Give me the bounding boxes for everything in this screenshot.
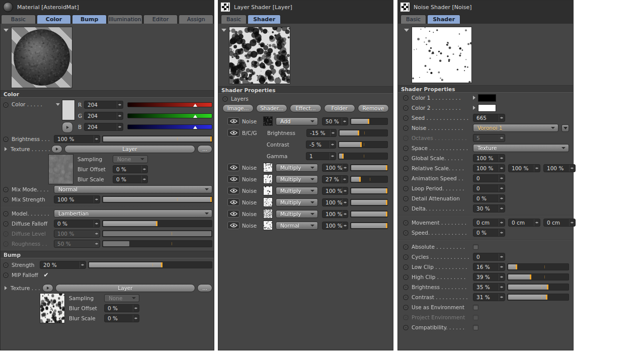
relative-scale-radio-icon[interactable] [403, 166, 409, 171]
tab-bump[interactable]: Bump [72, 15, 107, 24]
blue-gradient-slider[interactable] [127, 124, 212, 129]
eye-visibility-icon[interactable] [227, 222, 239, 229]
use-environment-radio-icon[interactable] [403, 305, 409, 310]
mix-strength-radio-icon[interactable] [3, 197, 9, 202]
loop-period-input[interactable]: 0 [473, 184, 505, 192]
spinner-arrows-icon[interactable] [569, 165, 575, 172]
mip-falloff-radio-icon[interactable] [3, 272, 9, 278]
spinner-arrows-icon[interactable] [499, 155, 505, 162]
relative-scale-y-input[interactable]: 100 % [508, 164, 540, 172]
brightness-slider[interactable] [102, 135, 212, 143]
tab-basic[interactable]: Basic [400, 15, 426, 24]
spinner-arrows-icon[interactable] [94, 220, 100, 227]
layer-thumbnail[interactable] [263, 209, 273, 219]
mix-strength-input[interactable]: 100 % [54, 195, 100, 203]
color-expand-icon[interactable] [56, 103, 60, 106]
loop-period-radio-icon[interactable] [403, 186, 409, 191]
spinner-arrows-icon[interactable] [534, 165, 540, 172]
bump-texture-more-button[interactable]: ... [197, 284, 212, 292]
color2-expand-icon[interactable] [473, 106, 475, 110]
layer-thumbnail[interactable] [263, 197, 273, 207]
diffuse-falloff-radio-icon[interactable] [3, 221, 9, 227]
compatibility-radio-icon[interactable] [403, 325, 409, 330]
color2-radio-icon[interactable] [403, 105, 409, 111]
layer-opacity-slider[interactable] [350, 164, 388, 171]
eye-visibility-icon[interactable] [227, 210, 239, 218]
tab-illumination[interactable]: Illumination [108, 15, 142, 24]
texture-more-button[interactable]: ... [197, 145, 212, 153]
b-value-input[interactable]: 204 [84, 123, 123, 131]
relative-scale-z-input[interactable]: 100 % [543, 164, 576, 172]
eye-visibility-icon[interactable] [227, 117, 239, 125]
layer-thumbnail[interactable] [263, 163, 273, 172]
spinner-arrows-icon[interactable] [499, 263, 505, 270]
shader-button[interactable]: Shader... [256, 104, 287, 112]
detail-attenuation-input[interactable]: 0 % [473, 194, 505, 202]
spinner-arrows-icon[interactable] [499, 219, 505, 226]
color1-expand-icon[interactable] [473, 96, 475, 100]
animation-speed-radio-icon[interactable] [403, 176, 409, 181]
compatibility-checkbox[interactable] [473, 325, 478, 330]
color-swatch[interactable] [62, 100, 75, 120]
spinner-arrows-icon[interactable] [342, 210, 348, 218]
blend-mode-dropdown[interactable]: Multiply [276, 198, 318, 206]
brightness-slider[interactable] [507, 284, 569, 291]
spinner-arrows-icon[interactable] [499, 185, 505, 192]
spinner-arrows-icon[interactable] [342, 176, 348, 183]
bump-strength-slider[interactable] [88, 261, 212, 268]
bcg-brightness-input[interactable]: -15 % [306, 129, 337, 137]
bcg-gamma-input[interactable]: 1 [306, 152, 336, 160]
spinner-arrows-icon[interactable] [117, 123, 123, 130]
blend-mode-dropdown[interactable]: Add [276, 117, 318, 125]
bump-texture-shader-button[interactable]: Layer [55, 284, 195, 292]
color-radio-icon[interactable] [3, 102, 9, 108]
texture-arrow-button[interactable] [42, 284, 53, 292]
noise-radio-icon[interactable] [403, 125, 409, 131]
spinner-arrows-icon[interactable] [342, 222, 348, 229]
speed-radio-icon[interactable] [403, 230, 409, 236]
eye-visibility-icon[interactable] [227, 164, 239, 171]
layer-opacity-input[interactable]: 100 % [322, 210, 348, 218]
relative-scale-x-input[interactable]: 100 % [473, 164, 505, 172]
delta-radio-icon[interactable] [403, 206, 409, 212]
blur-offset-input[interactable]: 0 % [104, 304, 139, 312]
spinner-arrows-icon[interactable] [499, 294, 505, 301]
noise-type-dropdown[interactable]: Voronoi 1 [473, 124, 558, 132]
spinner-arrows-icon[interactable] [133, 305, 139, 312]
model-dropdown[interactable]: Lambertian [54, 209, 212, 218]
seed-input[interactable]: 665 [473, 114, 505, 122]
movement-y-input[interactable]: 0 cm [508, 219, 540, 227]
slider-handle-icon[interactable] [193, 104, 197, 107]
layer-opacity-input[interactable]: 100 % [322, 222, 348, 230]
delta-input[interactable]: 30 % [473, 204, 505, 213]
spinner-arrows-icon[interactable] [117, 101, 123, 108]
layer-opacity-input[interactable]: 27 % [322, 175, 348, 183]
color1-radio-icon[interactable] [403, 95, 409, 101]
cycles-input[interactable]: 0 [473, 253, 505, 261]
spinner-arrows-icon[interactable] [342, 199, 348, 206]
low-clip-input[interactable]: 16 % [473, 263, 505, 271]
image-button[interactable]: Image... [222, 104, 254, 112]
preview-collapse-icon[interactable] [404, 29, 409, 32]
contrast-input[interactable]: 31 % [473, 293, 505, 301]
spinner-arrows-icon[interactable] [133, 315, 139, 322]
absolute-checkbox[interactable] [473, 244, 478, 250]
bcg-contrast-slider[interactable] [338, 141, 388, 148]
material-preview[interactable] [11, 27, 72, 88]
spinner-arrows-icon[interactable] [79, 261, 86, 268]
layer-opacity-slider[interactable] [350, 199, 388, 206]
spinner-arrows-icon[interactable] [499, 195, 505, 202]
preview-collapse-icon[interactable] [221, 29, 226, 32]
texture-expand-icon[interactable] [5, 147, 7, 151]
tab-shader[interactable]: Shader [248, 15, 281, 24]
tab-assign[interactable]: Assign [179, 15, 213, 24]
eye-visibility-icon[interactable] [227, 175, 239, 183]
contrast-slider[interactable] [507, 294, 569, 301]
mix-mode-radio-icon[interactable] [3, 187, 9, 192]
blur-scale-input[interactable]: 0 % [113, 175, 148, 183]
movement-x-input[interactable]: 0 cm [473, 219, 505, 227]
model-radio-icon[interactable] [3, 211, 9, 217]
g-value-input[interactable]: 204 [84, 112, 123, 120]
speed-input[interactable]: 0 % [473, 229, 505, 237]
diffuse-falloff-slider[interactable] [102, 220, 212, 227]
